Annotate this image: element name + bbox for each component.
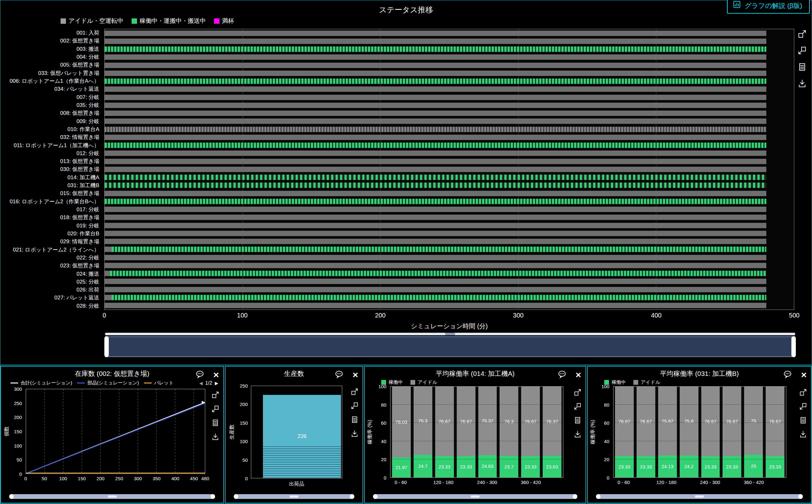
navigator-handle-right[interactable] (791, 336, 796, 357)
x-tick-label: 360 - 420 (521, 480, 541, 485)
restore-icon[interactable] (211, 404, 220, 414)
status-row (105, 85, 794, 93)
x-tick-label: 360 - 420 (744, 480, 764, 485)
panel-toolbar (350, 387, 359, 438)
inventory-panel: 在庫数 (002: 仮想置き場) × 合計(シミュレーション)部品(シミュレーシ… (0, 366, 224, 503)
legend-label: 合計(シミュレーション) (21, 380, 72, 386)
status-row (105, 206, 794, 213)
scrollbar-grip[interactable] (108, 495, 117, 498)
status-row-label: 032: 情報置き場 (0, 133, 102, 141)
data-table-icon[interactable] (350, 415, 359, 424)
comment-icon[interactable] (195, 370, 204, 380)
restore-icon[interactable] (796, 45, 808, 56)
inventory-plot-svg (26, 389, 205, 474)
idle-segment: 76.67 (615, 387, 634, 456)
panel-scrollbar[interactable] (373, 494, 577, 499)
legend-swatch (132, 18, 137, 24)
status-row (105, 238, 794, 245)
status-bar (105, 79, 766, 84)
status-bar (110, 271, 766, 276)
navigator-scrollbar[interactable] (105, 333, 795, 335)
expand-icon[interactable] (798, 388, 808, 397)
close-icon[interactable]: × (213, 370, 219, 380)
scrollbar-cap-left[interactable] (9, 494, 14, 499)
scrollbar-cap-right[interactable] (211, 494, 215, 499)
status-row-label: 029: 情報置き場 (0, 238, 102, 245)
time-range-navigator[interactable] (105, 333, 795, 357)
scrollbar-cap-left[interactable] (596, 494, 600, 499)
navigator-scroll-thumb[interactable] (445, 333, 455, 335)
expand-icon[interactable] (796, 28, 808, 40)
panel-scrollbar[interactable] (234, 494, 354, 499)
expand-icon[interactable] (350, 387, 359, 396)
idle-segment: 75.3 (414, 387, 432, 455)
expand-icon[interactable] (573, 388, 582, 397)
comment-icon[interactable] (783, 370, 792, 380)
scrollbar-cap-right[interactable] (798, 494, 803, 499)
panel-scrollbar[interactable] (9, 494, 215, 499)
busy-segment: 23.33 (457, 456, 475, 477)
y-tick-label: 20 (381, 457, 386, 462)
expand-icon[interactable] (211, 390, 220, 400)
gridline (390, 441, 563, 441)
download-icon[interactable] (796, 78, 808, 89)
production-x-label: 出荷品 (251, 481, 342, 488)
x-tick-label: 100 (237, 312, 247, 319)
x-tick-label (500, 480, 518, 485)
panel-scrollbar[interactable] (596, 494, 803, 499)
pager-prev-icon[interactable]: ◀ (199, 381, 203, 386)
restore-icon[interactable] (350, 401, 359, 410)
download-icon[interactable] (211, 432, 220, 442)
comment-icon[interactable] (558, 370, 566, 380)
download-icon[interactable] (798, 429, 808, 439)
chart-icon (733, 0, 741, 10)
util-a-yticks: 020406080100 (376, 386, 389, 478)
data-table-icon[interactable] (798, 416, 808, 425)
status-row (105, 229, 794, 237)
pager-next-icon[interactable]: ▶ (215, 381, 218, 386)
close-icon[interactable]: × (801, 370, 807, 380)
panel-title: 在庫数 (002: 仮想置き場) (1, 369, 223, 378)
util-b-xlabels: 0 - 60120 - 180240 - 300360 - 420 (613, 480, 786, 485)
panel-title: 平均稼働率 (031: 加工機B) (588, 369, 811, 378)
data-table-icon[interactable] (211, 418, 220, 428)
download-icon[interactable] (350, 429, 359, 438)
status-row (105, 245, 794, 253)
status-row-label: 006: ロボットアーム1（作業台Aへ） (0, 77, 102, 85)
status-bar (105, 55, 766, 60)
graph-help-button[interactable]: グラフの解説 (β版) (727, 0, 810, 14)
busy-segment: 23.33 (521, 456, 540, 477)
graph-help-label: グラフの解説 (β版) (745, 1, 802, 10)
close-icon[interactable]: × (352, 370, 358, 380)
y-tick-label: 100 (240, 439, 248, 444)
navigator-range[interactable] (105, 336, 795, 357)
restore-icon[interactable] (573, 402, 582, 411)
status-bar (105, 207, 766, 212)
legend-item: アイドル (633, 379, 660, 385)
close-icon[interactable]: × (575, 370, 581, 380)
data-table-icon[interactable] (573, 416, 582, 425)
x-tick-label: 450 (190, 476, 198, 481)
status-row-label: 008: 仮想置き場 (0, 109, 102, 117)
legend-swatch (61, 18, 66, 24)
scrollbar-cap-right[interactable] (350, 494, 354, 499)
scrollbar-cap-left[interactable] (234, 494, 238, 499)
data-table-icon[interactable] (796, 61, 808, 73)
inventory-legend: 合計(シミュレーション)部品(シミュレーション)パレット (10, 380, 174, 386)
download-icon[interactable] (573, 429, 582, 439)
legend-line-swatch (77, 383, 85, 383)
navigator-handle-left[interactable] (104, 336, 109, 357)
status-row-label: 013: 仮想置き場 (0, 157, 102, 165)
scrollbar-grip[interactable] (471, 495, 480, 498)
comment-icon[interactable] (335, 370, 344, 380)
x-tick-label: 0 (24, 476, 27, 481)
restore-icon[interactable] (798, 402, 808, 411)
y-tick-label: 80 (604, 402, 609, 407)
production-bar: 226 (263, 395, 341, 478)
scrollbar-grip[interactable] (290, 495, 298, 498)
busy-segment: 24.63 (478, 455, 497, 477)
status-row-label: 002: 仮想置き場 (0, 37, 102, 45)
scrollbar-grip[interactable] (695, 495, 704, 498)
scrollbar-cap-left[interactable] (373, 494, 377, 499)
scrollbar-cap-right[interactable] (573, 494, 577, 499)
